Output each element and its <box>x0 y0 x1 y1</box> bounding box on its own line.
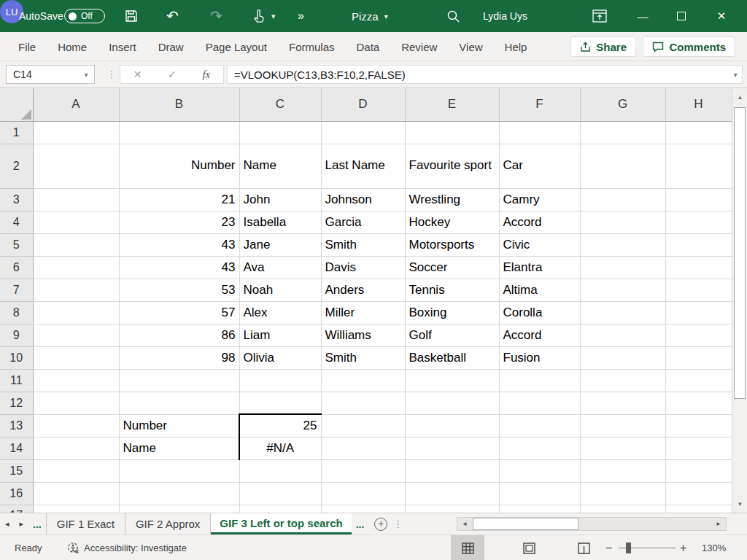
cell-F2[interactable]: Car <box>499 144 580 188</box>
zoom-in-button[interactable]: + <box>680 535 686 560</box>
cell-E17[interactable] <box>405 505 499 513</box>
cell-B14[interactable]: Name <box>119 437 239 459</box>
cell-D13[interactable] <box>321 414 405 437</box>
cancel-button[interactable]: ✕ <box>133 69 142 80</box>
row-header-9[interactable]: 9 <box>0 324 33 346</box>
row-header-5[interactable]: 5 <box>0 233 33 256</box>
cell-F5[interactable]: Civic <box>499 233 580 256</box>
cell-E1[interactable] <box>405 121 499 144</box>
cell-C4[interactable]: Isabella <box>239 211 321 233</box>
add-sheet-button[interactable]: + <box>374 513 387 534</box>
accessibility-status[interactable]: Accessibility: Investigate <box>67 535 187 560</box>
zoom-slider-handle[interactable] <box>626 542 631 553</box>
expand-formula-bar-icon[interactable]: ▾ <box>729 71 742 79</box>
cell-A1[interactable] <box>33 121 119 144</box>
cell-C9[interactable]: Liam <box>239 324 321 346</box>
row-header-1[interactable]: 1 <box>0 121 33 144</box>
column-header-B[interactable]: B <box>119 88 239 121</box>
cell-G10[interactable] <box>580 346 665 369</box>
row-header-11[interactable]: 11 <box>0 369 33 392</box>
cell-G3[interactable] <box>580 188 665 211</box>
maximize-button[interactable] <box>665 0 698 32</box>
cell-C13[interactable]: 25 <box>239 414 321 437</box>
row-header-16[interactable]: 16 <box>0 482 33 505</box>
cell-E9[interactable]: Golf <box>405 324 499 346</box>
cell-C5[interactable]: Jane <box>239 233 321 256</box>
cell-A15[interactable] <box>33 459 119 482</box>
cell-H6[interactable] <box>665 256 732 279</box>
cell-F9[interactable]: Accord <box>499 324 580 346</box>
cell-C17[interactable] <box>239 505 321 513</box>
cell-B16[interactable] <box>119 482 239 505</box>
cell-H14[interactable] <box>665 437 732 459</box>
cell-D3[interactable]: Johnson <box>321 188 405 211</box>
cell-B6[interactable]: 43 <box>119 256 239 279</box>
cell-E13[interactable] <box>405 414 499 437</box>
scroll-left-icon[interactable]: ◄ <box>457 518 472 530</box>
cell-F15[interactable] <box>499 459 580 482</box>
scroll-up-icon[interactable]: ▲ <box>732 88 747 106</box>
cell-E16[interactable] <box>405 482 499 505</box>
cell-H16[interactable] <box>665 482 732 505</box>
cell-G14[interactable] <box>580 437 665 459</box>
vertical-scrollbar[interactable]: ▲ ▼ <box>732 88 747 513</box>
zoom-out-button[interactable]: − <box>605 535 612 560</box>
cell-H3[interactable] <box>665 188 732 211</box>
cell-C16[interactable] <box>239 482 321 505</box>
cell-B13[interactable]: Number <box>119 414 239 437</box>
cell-C12[interactable] <box>239 392 321 414</box>
sheet-tabs-overflow-left[interactable]: ... <box>28 513 46 534</box>
cell-H13[interactable] <box>665 414 732 437</box>
cell-E14[interactable] <box>405 437 499 459</box>
column-header-D[interactable]: D <box>321 88 405 121</box>
redo-button[interactable]: ↷ <box>210 0 222 32</box>
sheet-bar-grip-icon[interactable]: ⋮ <box>387 513 409 534</box>
autosave-toggle[interactable]: Off <box>64 0 105 32</box>
cell-B1[interactable] <box>119 121 239 144</box>
tab-help[interactable]: Help <box>494 32 538 61</box>
comments-button[interactable]: Comments <box>643 36 735 57</box>
cell-B8[interactable]: 57 <box>119 301 239 324</box>
cell-D14[interactable] <box>321 437 405 459</box>
cell-A10[interactable] <box>33 346 119 369</box>
sheet-nav-prev-icon[interactable]: ◂ <box>0 513 15 534</box>
sheet-tabs-overflow-right[interactable]: ... <box>352 513 369 534</box>
cell-F14[interactable] <box>499 437 580 459</box>
name-box[interactable]: C14 ▾ <box>6 65 95 84</box>
tab-home[interactable]: Home <box>47 32 98 61</box>
cell-B7[interactable]: 53 <box>119 279 239 301</box>
workbook-title[interactable]: Pizza ▾ <box>352 0 388 32</box>
tab-insert[interactable]: Insert <box>98 32 147 61</box>
cell-E7[interactable]: Tennis <box>405 279 499 301</box>
zoom-level[interactable]: 130% <box>702 535 726 560</box>
row-header-14[interactable]: 14 <box>0 437 33 459</box>
formula-field[interactable]: =VLOOKUP(C13,B3:F10,2,FALSE) ▾ <box>227 65 743 84</box>
toggle-pill[interactable]: Off <box>64 9 105 23</box>
cell-A6[interactable] <box>33 256 119 279</box>
user-name[interactable]: Lydia Uys <box>483 0 527 32</box>
cell-H5[interactable] <box>665 233 732 256</box>
tab-view[interactable]: View <box>448 32 493 61</box>
cell-C10[interactable]: Olivia <box>239 346 321 369</box>
cell-F8[interactable]: Corolla <box>499 301 580 324</box>
cell-G7[interactable] <box>580 279 665 301</box>
cell-H8[interactable] <box>665 301 732 324</box>
cell-E15[interactable] <box>405 459 499 482</box>
cell-A5[interactable] <box>33 233 119 256</box>
view-page-break-button[interactable] <box>567 535 600 560</box>
cell-D8[interactable]: Miller <box>321 301 405 324</box>
name-box-caret-icon[interactable]: ▾ <box>78 71 94 79</box>
vertical-scrollbar-thumb[interactable] <box>734 107 746 399</box>
cell-E8[interactable]: Boxing <box>405 301 499 324</box>
column-header-G[interactable]: G <box>580 88 665 121</box>
cell-H2[interactable] <box>665 144 732 188</box>
minimize-button[interactable]: — <box>626 0 659 32</box>
column-header-H[interactable]: H <box>665 88 732 121</box>
save-button[interactable] <box>124 0 139 32</box>
row-header-15[interactable]: 15 <box>0 459 33 482</box>
sheet-tab-gif-2-approx[interactable]: GIF 2 Approx <box>125 513 211 534</box>
cell-F6[interactable]: Elantra <box>499 256 580 279</box>
row-header-4[interactable]: 4 <box>0 211 33 233</box>
tab-file[interactable]: File <box>7 32 47 61</box>
sheet-tab-gif-3-left-or-top-search[interactable]: GIF 3 Left or top search <box>211 513 351 534</box>
